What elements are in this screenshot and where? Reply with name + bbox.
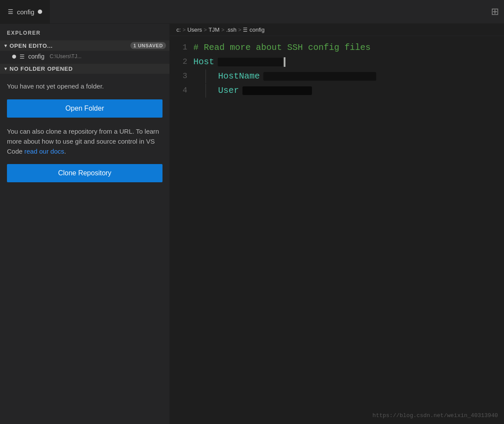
text-cursor	[284, 57, 285, 67]
breadcrumb-users: Users	[187, 26, 202, 33]
breadcrumb-ssh: .ssh	[226, 26, 236, 33]
chevron-down-icon: ▾	[2, 43, 10, 49]
tab-bar: ☰ config ⊞	[0, 0, 504, 24]
read-docs-link[interactable]: read our docs	[24, 148, 64, 155]
file-item-config[interactable]: ☰ config C:\Users\TJ...	[0, 51, 169, 62]
main-content: EXPLORER ▾ OPEN EDITO... 1 UNSAVED ☰ con…	[0, 24, 504, 424]
redacted-user-value	[242, 86, 312, 95]
breadcrumb-file: config	[249, 26, 265, 33]
unsaved-dot	[38, 10, 42, 14]
editor-area: c: > Users > TJM > .ssh > ☰ config 1 2 3…	[169, 24, 504, 424]
line-num-2: 2	[169, 55, 187, 69]
code-token-comment: # Read more about SSH config files	[193, 41, 371, 55]
code-token-host: Host	[193, 55, 214, 69]
chevron-down-icon-2: ▾	[2, 66, 10, 72]
line-num-1: 1	[169, 40, 187, 55]
sidebar: EXPLORER ▾ OPEN EDITO... 1 UNSAVED ☰ con…	[0, 24, 169, 424]
watermark: https://blog.csdn.net/weixin_40313940	[372, 411, 498, 421]
redacted-hostname-value	[263, 72, 376, 81]
file-breadcrumb-icon: ☰	[243, 27, 248, 33]
code-line-2: Host	[193, 55, 504, 69]
clone-repository-button[interactable]: Clone Repository	[7, 164, 162, 182]
open-editors-section[interactable]: ▾ OPEN EDITO... 1 UNSAVED	[0, 40, 169, 51]
file-icon: ☰	[8, 8, 13, 15]
code-line-1: # Read more about SSH config files	[193, 40, 504, 55]
layout-icon[interactable]: ⊞	[491, 6, 499, 17]
file-type-icon: ☰	[20, 53, 25, 60]
redacted-host-value	[218, 58, 283, 66]
breadcrumb-sep-3: >	[221, 27, 224, 33]
sidebar-header: EXPLORER	[0, 24, 169, 40]
sidebar-body: You have not yet opened a folder. Open F…	[0, 74, 169, 424]
breadcrumb-sep-2: >	[204, 27, 207, 33]
modified-dot	[12, 55, 16, 59]
breadcrumb-sep-1: >	[182, 27, 186, 33]
config-tab[interactable]: ☰ config	[0, 0, 50, 23]
clone-description: You can also clone a repository from a U…	[7, 126, 162, 157]
breadcrumb: c: > Users > TJM > .ssh > ☰ config	[169, 24, 504, 36]
code-token-user: User	[218, 85, 239, 95]
line-num-3: 3	[169, 69, 187, 83]
clone-text-2: .	[64, 148, 66, 155]
file-name: config	[28, 53, 44, 60]
breadcrumb-drive: c:	[176, 26, 181, 33]
indent-guide: HostName	[206, 69, 260, 83]
no-folder-section[interactable]: ▾ NO FOLDER OPENED	[0, 64, 169, 74]
tab-title: config	[17, 8, 34, 16]
breadcrumb-sep-4: >	[238, 27, 241, 33]
line-num-4: 4	[169, 83, 187, 98]
open-folder-button[interactable]: Open Folder	[7, 99, 162, 118]
code-line-3: HostName	[193, 69, 504, 83]
no-folder-label: NO FOLDER OPENED	[10, 66, 73, 72]
breadcrumb-tjm: TJM	[209, 26, 219, 33]
open-editors-label: OPEN EDITO...	[10, 43, 53, 49]
code-content: # Read more about SSH config files Host …	[193, 36, 504, 424]
indent-guide-2: User	[206, 84, 239, 98]
code-token-hostname: HostName	[218, 71, 260, 81]
line-numbers: 1 2 3 4	[169, 36, 193, 424]
unsaved-badge: 1 UNSAVED	[130, 42, 166, 49]
file-path: C:\Users\TJ...	[50, 53, 81, 59]
code-line-4: User	[193, 83, 504, 98]
no-folder-description: You have not yet opened a folder.	[7, 82, 162, 92]
code-area[interactable]: 1 2 3 4 # Read more about SSH config fil…	[169, 36, 504, 424]
